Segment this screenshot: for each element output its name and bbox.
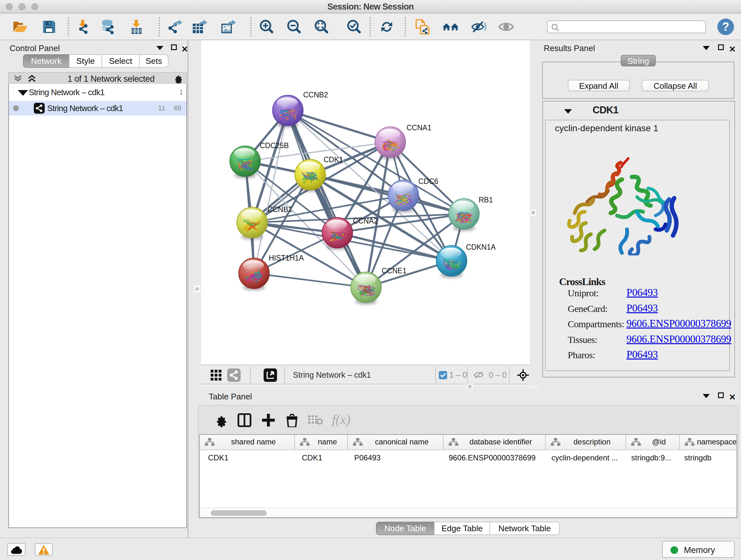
svg-text:RB1: RB1 <box>479 196 493 204</box>
svg-text:CCNA2: CCNA2 <box>353 217 378 225</box>
svg-text:CDKN1A: CDKN1A <box>466 243 496 251</box>
svg-text:?: ? <box>722 20 729 33</box>
svg-text:CCNA1: CCNA1 <box>407 124 431 132</box>
svg-text:CCNB2: CCNB2 <box>303 91 328 99</box>
svg-text:CCNB1: CCNB1 <box>267 205 292 213</box>
svg-text:CDC25B: CDC25B <box>260 141 289 150</box>
svg-text:CDK1: CDK1 <box>324 155 343 164</box>
svg-text:CCNE1: CCNE1 <box>382 266 407 275</box>
svg-text:CDC6: CDC6 <box>418 177 439 186</box>
svg-text:HIST1H1A: HIST1H1A <box>269 254 304 262</box>
